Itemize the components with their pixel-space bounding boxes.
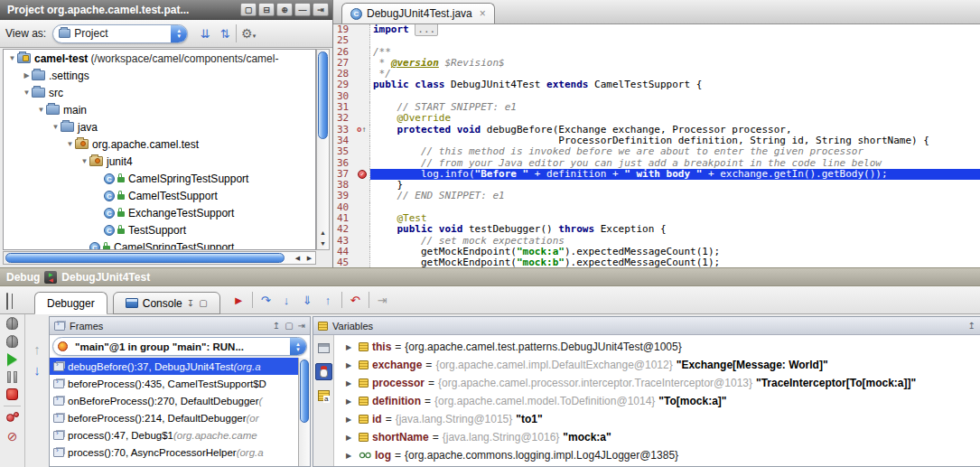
variable-row[interactable]: ▶this = {org.apache.camel.test.patterns.…	[334, 338, 980, 356]
gutter[interactable]	[357, 191, 370, 201]
breakpoint-icon[interactable]: ✓	[358, 170, 367, 179]
gutter[interactable]	[357, 146, 370, 157]
scroll-to-top-icon[interactable]: ↥	[273, 321, 280, 331]
view-breakpoints-icon[interactable]	[6, 412, 19, 425]
thread-select[interactable]: "main"@1 in group "main": RUN... ▲▼	[52, 337, 307, 356]
expand-arrow-icon[interactable]: ▶	[346, 452, 355, 460]
float-window-icon[interactable]: ▢	[199, 298, 207, 308]
code-text[interactable]: // START SNIPPET: e1	[370, 102, 980, 113]
debug-panel-titlebar[interactable]: Debug ▶◀ DebugJUnit4Test	[0, 267, 980, 286]
tree-expanded-icon[interactable]: ▼	[79, 157, 89, 165]
gutter[interactable]	[357, 102, 370, 113]
frame-up-icon[interactable]: ↑	[33, 343, 41, 355]
rerun-bug-icon[interactable]	[6, 317, 18, 330]
variable-row[interactable]: ▶id = {java.lang.String@1015}"to1"	[334, 410, 980, 428]
variable-row[interactable]: ▶log = {org.apache.commons.logging.impl.…	[334, 446, 980, 464]
scroll-to-end-icon[interactable]: ↧	[187, 298, 194, 308]
tree-expanded-icon[interactable]: ▼	[7, 54, 17, 62]
expand-arrow-icon[interactable]: ▶	[346, 379, 355, 388]
code-text[interactable]	[370, 202, 980, 213]
expand-arrow-icon[interactable]: ▶	[346, 434, 355, 442]
scroll-left-icon[interactable]: ◀	[292, 252, 303, 264]
stop-icon[interactable]	[6, 388, 18, 400]
expand-arrow-icon[interactable]: ▶	[346, 343, 355, 351]
code-text[interactable]: public class DebugJUnit4Test extends Cam…	[370, 79, 980, 90]
float-window-icon[interactable]: ▢	[240, 3, 257, 16]
gutter[interactable]	[357, 213, 370, 224]
expand-arrow-icon[interactable]: ▶	[346, 361, 355, 369]
tree-row[interactable]: ▼main	[4, 101, 315, 118]
gutter[interactable]	[357, 180, 370, 191]
code-text[interactable]: getMockEndpoint("mock:b").expectedMessag…	[370, 257, 980, 267]
vscroll-thumb[interactable]	[300, 360, 309, 423]
rerun-bug-icon[interactable]	[6, 293, 8, 310]
sort-alphabetically-icon[interactable]	[315, 387, 332, 404]
project-panel-titlebar[interactable]: Project org.apache.camel.test.pat... ▢⊟⊕…	[0, 0, 332, 20]
show-execution-point-icon[interactable]: ►	[229, 294, 248, 307]
duke-icon[interactable]	[315, 363, 332, 380]
hide-panel-icon[interactable]: ⇥	[298, 321, 305, 331]
frame-row[interactable]: process():70, AsyncProcessorHelper (org.…	[50, 444, 310, 461]
gutter[interactable]	[357, 247, 370, 257]
settings-gear-icon[interactable]: ⚙▾	[238, 26, 258, 41]
expand-arrow-icon[interactable]: ▶	[346, 397, 355, 406]
step-out-icon[interactable]: ↑	[319, 294, 338, 307]
code-text[interactable]: // END SNIPPET: e1	[370, 191, 980, 201]
frames-vscrollbar[interactable]	[298, 358, 310, 466]
pin-icon[interactable]: ⊕	[276, 3, 293, 16]
hide-panel-icon[interactable]: ⇥	[313, 3, 329, 16]
step-into-icon[interactable]: ↓	[277, 294, 296, 307]
code-text[interactable]: log.info("Before " + definition + " with…	[370, 169, 980, 180]
scroll-to-top-icon[interactable]: ↥	[968, 321, 975, 331]
gutter[interactable]: ✓	[357, 169, 370, 180]
tree-row[interactable]: ▼junit4	[4, 153, 315, 170]
frame-down-icon[interactable]: ↓	[33, 364, 41, 376]
scroll-right-icon[interactable]: ▶	[303, 252, 315, 264]
hscroll-thumb[interactable]	[5, 253, 285, 263]
force-step-into-icon[interactable]: ⇓	[298, 294, 317, 307]
project-tree-vscrollbar[interactable]: ▲ ▼	[316, 49, 330, 250]
tab-debugger[interactable]: Debugger	[34, 292, 107, 314]
frame-row[interactable]: beforeProcess():214, DefaultDebugger (or	[50, 409, 310, 426]
tree-expanded-icon[interactable]: ▼	[65, 140, 75, 148]
dock-window-icon[interactable]: ⊟	[258, 3, 275, 16]
tree-collapsed-icon[interactable]: ▶	[22, 71, 32, 79]
gutter[interactable]	[357, 24, 370, 35]
project-tree-hscrollbar[interactable]: ◀ ▶	[3, 251, 316, 265]
gutter[interactable]	[357, 135, 370, 146]
tree-row[interactable]: CCamelSpringTestSupport	[4, 170, 315, 187]
resume-icon[interactable]	[7, 353, 17, 366]
variable-row[interactable]: ▶processor = {org.apache.camel.processor…	[334, 374, 980, 392]
bug-icon[interactable]	[6, 335, 18, 348]
frame-row[interactable]: onBeforeProcess():270, DefaultDebugger (	[50, 392, 310, 409]
tree-row[interactable]: CCamelTestSupport	[4, 187, 315, 204]
tab-console[interactable]: Console ↧ ▢	[113, 292, 220, 314]
tree-expanded-icon[interactable]: ▼	[51, 123, 61, 131]
close-icon[interactable]: ×	[480, 7, 486, 20]
tree-row[interactable]: CTestSupport	[4, 221, 315, 238]
tree-expanded-icon[interactable]: ▼	[22, 89, 32, 97]
minimize-icon[interactable]: —	[294, 3, 311, 16]
pause-icon[interactable]	[7, 371, 17, 383]
tree-row[interactable]: CExchangeTestSupport	[4, 204, 315, 221]
gutter[interactable]	[357, 35, 370, 46]
gutter[interactable]	[357, 69, 370, 79]
gutter[interactable]	[357, 224, 370, 235]
tree-row[interactable]: ▼java	[4, 118, 315, 135]
gutter[interactable]	[357, 202, 370, 213]
gutter[interactable]	[357, 47, 370, 58]
evaluate-expression-icon[interactable]	[315, 340, 332, 357]
gutter[interactable]	[357, 113, 370, 124]
view-as-select[interactable]: Project ▲▼	[52, 24, 188, 43]
code-editor[interactable]: 19import ...2526/**27 * @version $Revisi…	[333, 24, 980, 267]
run-to-cursor-icon[interactable]: ⇥	[373, 294, 392, 307]
variable-row[interactable]: ▶definition = {org.apache.camel.model.To…	[334, 392, 980, 410]
gutter[interactable]: o↑	[357, 125, 370, 135]
gutter[interactable]	[357, 58, 370, 69]
gutter[interactable]	[357, 158, 370, 169]
variable-row[interactable]: ▶shortName = {java.lang.String@1016}"moc…	[334, 428, 980, 446]
vscroll-thumb[interactable]	[318, 51, 328, 139]
collapse-all-icon[interactable]: ⇅	[216, 27, 234, 41]
tree-row[interactable]: ▼src	[4, 84, 315, 101]
frame-row[interactable]: debugBefore():37, DebugJUnit4Test (org.a	[50, 358, 310, 375]
